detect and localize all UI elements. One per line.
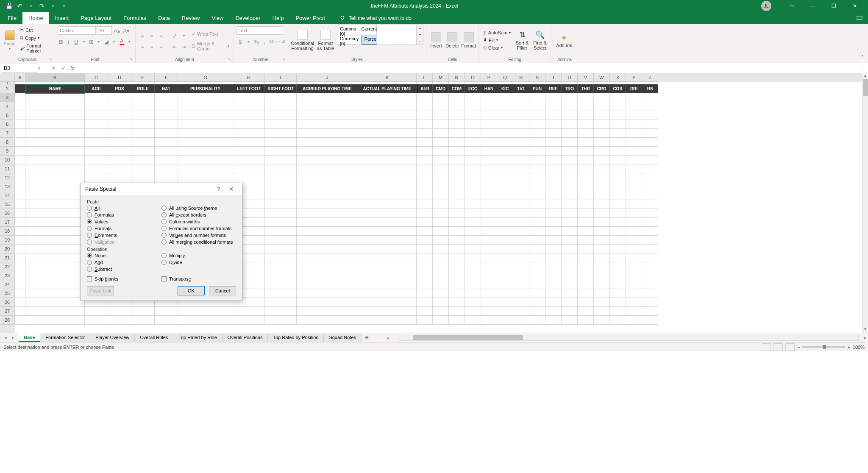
- cell[interactable]: [433, 236, 449, 245]
- cell[interactable]: [545, 111, 562, 120]
- cell[interactable]: [297, 129, 358, 138]
- cell[interactable]: [626, 173, 642, 182]
- cell[interactable]: [610, 191, 626, 200]
- cell[interactable]: [529, 245, 545, 253]
- cell[interactable]: [297, 209, 358, 218]
- cell[interactable]: [449, 164, 465, 173]
- cell[interactable]: [626, 271, 642, 280]
- cell[interactable]: [513, 236, 529, 245]
- italic-button[interactable]: I: [65, 37, 72, 46]
- cell[interactable]: [578, 253, 594, 262]
- cell[interactable]: [265, 111, 297, 120]
- cell[interactable]: [358, 209, 417, 218]
- tab-view[interactable]: View: [206, 12, 229, 24]
- cell[interactable]: [85, 307, 108, 316]
- sheet-tab[interactable]: Player Overview: [90, 334, 135, 342]
- cell[interactable]: [25, 111, 85, 120]
- cell[interactable]: [642, 156, 658, 164]
- zoom-slider[interactable]: [802, 346, 845, 348]
- cell[interactable]: [642, 253, 658, 262]
- cell[interactable]: [545, 289, 562, 298]
- cell[interactable]: [562, 200, 578, 209]
- cell[interactable]: [578, 164, 594, 173]
- hscroll-thumb[interactable]: [413, 335, 523, 340]
- cell[interactable]: [594, 236, 610, 245]
- cell[interactable]: [513, 102, 529, 111]
- cell[interactable]: [594, 245, 610, 253]
- cell[interactable]: [465, 218, 481, 227]
- cell[interactable]: [433, 262, 449, 271]
- fill-dropdown-icon[interactable]: ▾: [111, 37, 117, 46]
- cell[interactable]: [358, 200, 417, 209]
- column-header[interactable]: N: [449, 73, 465, 82]
- cell[interactable]: [610, 227, 626, 236]
- clipboard-launcher-icon[interactable]: ⤡: [49, 57, 53, 61]
- cell[interactable]: [297, 316, 358, 325]
- table-header-cell[interactable]: RIGHT FOOT: [265, 84, 297, 93]
- cell[interactable]: [25, 164, 85, 173]
- radio-option[interactable]: None: [87, 253, 161, 259]
- cell[interactable]: [131, 111, 155, 120]
- share-icon[interactable]: [856, 14, 863, 21]
- row-header[interactable]: 15: [0, 200, 15, 209]
- cell[interactable]: [594, 253, 610, 262]
- cell[interactable]: [594, 129, 610, 138]
- cell[interactable]: [562, 280, 578, 289]
- cell[interactable]: [545, 307, 562, 316]
- cell[interactable]: [626, 102, 642, 111]
- cell[interactable]: [610, 138, 626, 147]
- cell[interactable]: [578, 209, 594, 218]
- table-header-cell[interactable]: 1V1: [513, 84, 529, 93]
- cell[interactable]: [15, 245, 25, 253]
- cell[interactable]: [513, 200, 529, 209]
- cell[interactable]: [481, 156, 497, 164]
- font-color-button[interactable]: A: [118, 37, 125, 46]
- cell[interactable]: [25, 156, 85, 164]
- cell[interactable]: [626, 289, 642, 298]
- cell[interactable]: [545, 271, 562, 280]
- vscroll-thumb[interactable]: [863, 79, 868, 96]
- radio-option[interactable]: Formats: [87, 225, 161, 231]
- save-icon[interactable]: 💾: [5, 2, 13, 10]
- cell[interactable]: [626, 316, 642, 325]
- cell[interactable]: [417, 164, 433, 173]
- cell[interactable]: [497, 156, 513, 164]
- cell[interactable]: [529, 147, 545, 156]
- cell[interactable]: [594, 111, 610, 120]
- cell[interactable]: [108, 120, 131, 129]
- cell[interactable]: [417, 209, 433, 218]
- cell[interactable]: [642, 147, 658, 156]
- cell[interactable]: [529, 182, 545, 191]
- cell[interactable]: [610, 120, 626, 129]
- cell[interactable]: [529, 209, 545, 218]
- cell[interactable]: [449, 93, 465, 102]
- cell[interactable]: [178, 111, 233, 120]
- cell[interactable]: [481, 102, 497, 111]
- cell[interactable]: [529, 236, 545, 245]
- table-header-cell[interactable]: POS: [108, 84, 131, 93]
- cell[interactable]: [642, 227, 658, 236]
- cell[interactable]: [155, 93, 178, 102]
- cell[interactable]: [417, 280, 433, 289]
- cell[interactable]: [562, 138, 578, 147]
- cell[interactable]: [465, 298, 481, 307]
- cell[interactable]: [513, 307, 529, 316]
- cell[interactable]: [513, 138, 529, 147]
- row-header[interactable]: 13: [0, 182, 15, 191]
- font-color-dropdown-icon[interactable]: ▾: [126, 37, 133, 46]
- row-header[interactable]: 28: [0, 316, 15, 325]
- vscroll-up-icon[interactable]: ▴: [862, 73, 868, 79]
- cell[interactable]: [497, 271, 513, 280]
- sheet-tab[interactable]: Top Rated by Role: [173, 334, 223, 342]
- cell[interactable]: [513, 271, 529, 280]
- cell[interactable]: [131, 102, 155, 111]
- cell[interactable]: [297, 156, 358, 164]
- column-header[interactable]: F: [155, 73, 178, 82]
- cell[interactable]: [417, 129, 433, 138]
- cell[interactable]: [610, 182, 626, 191]
- cell[interactable]: [513, 164, 529, 173]
- cell[interactable]: [578, 289, 594, 298]
- cell[interactable]: [497, 129, 513, 138]
- fill-color-button[interactable]: ◢: [103, 37, 110, 46]
- style-scroll-down-icon[interactable]: ▾: [417, 31, 423, 38]
